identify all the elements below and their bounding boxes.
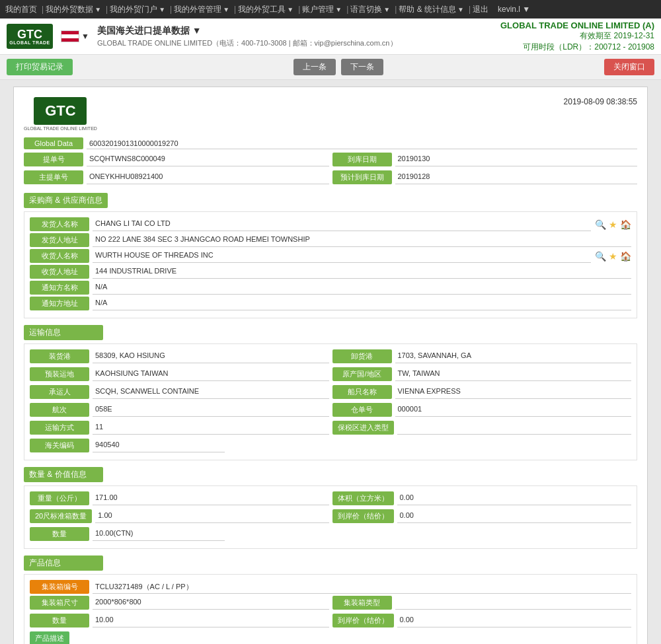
doc-logo-subtitle: GLOBAL TRADE ONLINE LIMITED <box>24 126 97 131</box>
print-button-top[interactable]: 打印贸易记录 <box>7 59 73 75</box>
container-type-label: 集装箱类型 <box>332 596 392 610</box>
transport-section-content: 装货港 58309, KAO HSIUNG 卸货港 1703, SAVANNAH… <box>24 343 637 460</box>
arrival-date-value: 20190130 <box>395 153 638 166</box>
volume-label: 体积（立方米） <box>332 491 394 505</box>
est-arrival-field: 预计到库日期 20190128 <box>332 170 638 184</box>
est-arrival-label: 预计到库日期 <box>332 170 392 184</box>
prod-qty-label: 数量 <box>30 614 89 627</box>
warehouse-field: 仓单号 000001 <box>332 403 632 417</box>
origin-label: 原产国/地区 <box>332 367 392 381</box>
bill-value: SCQHTWNS8C000049 <box>87 153 329 166</box>
vessel-label: 船只名称 <box>332 385 392 399</box>
transport-method-field: 运输方式 11 <box>30 421 329 435</box>
user-info[interactable]: kevin.l ▼ <box>498 5 530 14</box>
departure-port-label: 装货港 <box>30 349 89 363</box>
arrival-port-value: 1703, SAVANNAH, GA <box>395 350 632 363</box>
consignee-search-icon[interactable]: 🔍 <box>595 251 606 262</box>
container20-value: 1.00 <box>95 510 329 523</box>
nav-management[interactable]: 我的外管管理▼ <box>174 4 229 15</box>
main-bill-field: 主提单号 ONEYKHHU08921400 <box>24 170 329 184</box>
consignee-name-label: 收货人名称 <box>30 249 89 263</box>
voyage-row: 航次 058E 仓单号 000001 <box>30 403 631 419</box>
departure-port-value: 58309, KAO HSIUNG <box>93 350 329 363</box>
prod-arrival-price-field: 到岸价（结价） 0.00 <box>332 614 632 627</box>
consignee-star-icon[interactable]: ★ <box>609 251 617 262</box>
container-size-value: 2000*806*800 <box>93 596 329 610</box>
nav-home[interactable]: 我的首页 <box>5 4 37 15</box>
product-section-content: 集装箱编号 TCLU3271489（AC / L / PP） 集装箱尺寸 200… <box>24 574 637 644</box>
doc-logo: GTC GLOBAL TRADE ONLINE LIMITED <box>24 97 97 131</box>
arrival-price-label: 到岸价（结价） <box>332 509 394 523</box>
title-area: 美国海关进口提单数据 ▼ GLOBAL TRADE ONLINE LIMITED… <box>97 25 397 48</box>
document-container: GTC GLOBAL TRADE ONLINE LIMITED 2019-08-… <box>13 87 648 644</box>
close-button-top[interactable]: 关闭窗口 <box>604 59 654 75</box>
transport-method-value: 11 <box>93 421 329 435</box>
nav-trade-data[interactable]: 我的外贸数据▼ <box>46 4 101 15</box>
prod-arrival-price-label: 到岸价（结价） <box>332 614 394 627</box>
warehouse-label: 仓单号 <box>332 403 392 417</box>
nav-account[interactable]: 账户管理▼ <box>302 4 342 15</box>
est-arrival-value: 20190128 <box>395 171 638 184</box>
account-info: GLOBAL TRADE ONLINE LIMITED (A) 有效期至 201… <box>500 20 654 53</box>
consignee-addr-row: 收货人地址 144 INDUSTRIAL DRIVE <box>30 265 631 279</box>
container-no-label: 集装箱编号 <box>30 580 89 594</box>
arrival-port-field: 卸货港 1703, SAVANNAH, GA <box>332 349 632 363</box>
weight-value: 171.00 <box>93 492 329 505</box>
nav-portal[interactable]: 我的外贸门户▼ <box>110 4 165 15</box>
shipper-name-value: CHANG LI TAI CO LTD <box>93 218 591 231</box>
quantity-label: 数量 <box>30 527 89 541</box>
shipper-home-icon[interactable]: 🏠 <box>620 219 631 230</box>
shipper-search-icon[interactable]: 🔍 <box>595 219 606 230</box>
volume-value: 0.00 <box>397 492 632 505</box>
next-button-top[interactable]: 下一条 <box>341 59 383 75</box>
shipper-addr-row: 发货人地址 NO 222 LANE 384 SEC 3 JHANGCAO ROA… <box>30 233 631 247</box>
shipper-addr-value: NO 222 LANE 384 SEC 3 JHANGCAO ROAD HEME… <box>93 234 631 247</box>
doc-timestamp: 2019-08-09 08:38:55 <box>564 97 637 106</box>
consignee-addr-label: 收货人地址 <box>30 265 89 279</box>
shipper-name-label: 发货人名称 <box>30 217 89 231</box>
arrival-date-label: 到库日期 <box>332 153 392 166</box>
header-subtitle: GLOBAL TRADE ONLINE LIMITED（电话：400-710-3… <box>97 38 397 48</box>
global-data-label: Global Data <box>24 137 83 149</box>
prod-arrival-price-value: 0.00 <box>397 614 632 627</box>
prod-qty-value: 10.00 <box>93 614 329 627</box>
shipper-star-icon[interactable]: ★ <box>609 219 617 230</box>
arrival-port-label: 卸货港 <box>332 349 392 363</box>
prod-qty-row: 数量 10.00 到岸价（结价） 0.00 <box>30 614 631 629</box>
container20-label: 20尺标准箱数量 <box>30 509 92 523</box>
container-no-row: 集装箱编号 TCLU3271489（AC / L / PP） <box>30 580 631 594</box>
bill-label: 提单号 <box>24 153 83 166</box>
consignee-home-icon[interactable]: 🏠 <box>620 251 631 262</box>
carrier-row: 承运人 SCQH, SCANWELL CONTAINE 船只名称 VIENNA … <box>30 385 631 401</box>
global-data-section: Global Data 6003201901310000019270 提单号 S… <box>24 137 637 186</box>
doc-header: GTC GLOBAL TRADE ONLINE LIMITED 2019-08-… <box>24 97 637 131</box>
notify-name-row: 通知方名称 N/A <box>30 281 631 295</box>
top-navigation: 我的首页 | 我的外贸数据▼ | 我的外贸门户▼ | 我的外管管理▼ | 我的外… <box>0 0 661 18</box>
container-size-field: 集装箱尺寸 2000*806*800 <box>30 596 329 610</box>
container-type-field: 集装箱类型 <box>332 596 632 610</box>
nav-logout[interactable]: 退出 <box>473 4 488 15</box>
nav-tools[interactable]: 我的外贸工具▼ <box>238 4 293 15</box>
free-trade-field: 保税区进入类型 <box>332 421 632 435</box>
consignee-addr-value: 144 INDUSTRIAL DRIVE <box>93 266 631 279</box>
product-section: 产品信息 集装箱编号 TCLU3271489（AC / L / PP） 集装箱尺… <box>24 555 637 644</box>
notify-addr-label: 通知方地址 <box>30 297 89 310</box>
prev-button-top[interactable]: 上一条 <box>293 59 336 75</box>
nav-help[interactable]: 帮助 & 统计信息▼ <box>399 4 464 15</box>
main-bill-value: ONEYKHHU08921400 <box>87 171 329 184</box>
customs-row: 海关编码 940540 <box>30 439 631 452</box>
container-row: 20尺标准箱数量 1.00 到岸价（结价） 0.00 <box>30 509 631 525</box>
nav-language[interactable]: 语言切换▼ <box>350 4 390 15</box>
container20-field: 20尺标准箱数量 1.00 <box>30 509 329 523</box>
container-size-row: 集装箱尺寸 2000*806*800 集装箱类型 <box>30 596 631 612</box>
shipper-name-row: 发货人名称 CHANG LI TAI CO LTD 🔍 ★ 🏠 <box>30 217 631 231</box>
consignee-name-row: 收货人名称 WURTH HOUSE OF THREADS INC 🔍 ★ 🏠 <box>30 249 631 263</box>
container-no-value: TCLU3271489（AC / L / PP） <box>93 581 631 594</box>
notify-addr-value: N/A <box>93 297 631 310</box>
prod-qty-field: 数量 10.00 <box>30 614 329 627</box>
top-toolbar: 打印贸易记录 上一条 下一条 关闭窗口 <box>0 55 661 80</box>
main-bill-row: 主提单号 ONEYKHHU08921400 预计到库日期 20190128 <box>24 170 637 186</box>
quantity-section: 数量 & 价值信息 重量（公斤） 171.00 体积（立方米） 0.00 20尺… <box>24 467 637 549</box>
logo: GTC GLOBAL TRADE <box>7 24 53 49</box>
arrival-price-field: 到岸价（结价） 0.00 <box>332 509 632 523</box>
